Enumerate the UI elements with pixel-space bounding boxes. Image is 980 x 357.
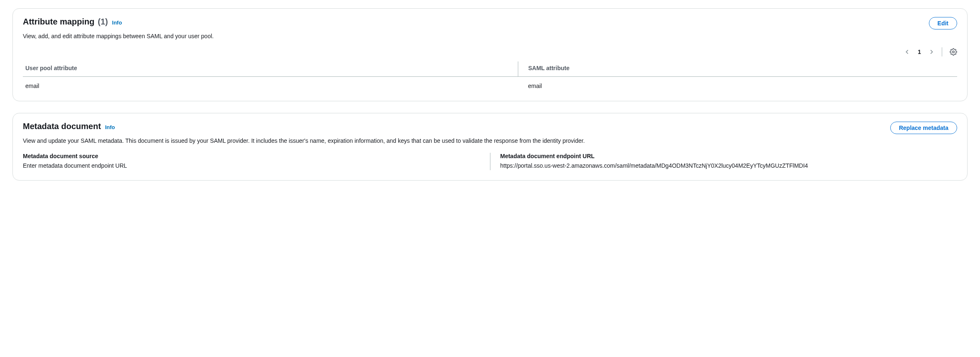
attribute-mapping-header: Attribute mapping (1) Info Edit [23, 17, 957, 29]
table-row: email email [23, 77, 957, 91]
cell-saml-attribute: email [518, 77, 957, 91]
metadata-source-label: Metadata document source [23, 153, 480, 159]
metadata-columns: Metadata document source Enter metadata … [23, 153, 957, 170]
pagination-group: 1 [904, 49, 934, 55]
metadata-document-info-link[interactable]: Info [105, 124, 115, 130]
attribute-mapping-title: Attribute mapping (1) [23, 17, 108, 27]
metadata-document-title: Metadata document [23, 122, 101, 131]
table-header-row: User pool attribute SAML attribute [23, 61, 957, 77]
gear-icon[interactable] [950, 48, 957, 56]
attribute-mapping-count: (1) [98, 17, 108, 27]
page-number: 1 [918, 49, 921, 55]
edit-button[interactable]: Edit [929, 17, 957, 29]
attribute-mapping-title-group: Attribute mapping (1) Info [23, 17, 122, 27]
chevron-right-icon[interactable] [928, 49, 934, 55]
metadata-endpoint-label: Metadata document endpoint URL [500, 153, 958, 159]
metadata-endpoint-value: https://portal.sso.us-west-2.amazonaws.c… [500, 161, 958, 170]
attribute-mapping-info-link[interactable]: Info [112, 20, 122, 26]
metadata-document-description: View and update your SAML metadata. This… [23, 137, 957, 145]
metadata-document-title-text: Metadata document [23, 122, 101, 131]
replace-metadata-button[interactable]: Replace metadata [890, 122, 957, 134]
attribute-mapping-panel: Attribute mapping (1) Info Edit View, ad… [12, 8, 968, 101]
metadata-endpoint-column: Metadata document endpoint URL https://p… [490, 153, 958, 170]
attribute-mapping-table: User pool attribute SAML attribute email… [23, 61, 957, 91]
metadata-source-column: Metadata document source Enter metadata … [23, 153, 490, 170]
metadata-document-header: Metadata document Info Replace metadata [23, 122, 957, 134]
cell-user-pool-attribute: email [23, 77, 518, 91]
metadata-document-panel: Metadata document Info Replace metadata … [12, 113, 968, 181]
pagination-row: 1 [23, 47, 957, 56]
attribute-mapping-description: View, add, and edit attribute mappings b… [23, 32, 957, 41]
metadata-source-value: Enter metadata document endpoint URL [23, 161, 480, 170]
column-header-saml: SAML attribute [518, 61, 957, 77]
column-header-user-pool: User pool attribute [23, 61, 518, 77]
metadata-document-title-group: Metadata document Info [23, 122, 115, 131]
attribute-mapping-title-text: Attribute mapping [23, 17, 94, 27]
svg-point-0 [953, 51, 955, 53]
chevron-left-icon[interactable] [904, 49, 910, 55]
pagination-separator [942, 47, 942, 56]
